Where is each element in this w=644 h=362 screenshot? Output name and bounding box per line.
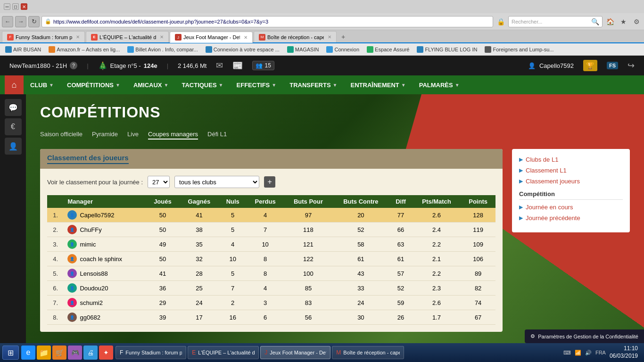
- money-info: 2 146,6 Mt: [178, 62, 206, 69]
- tab-close-0[interactable]: ✕: [76, 34, 80, 40]
- favorites-icon[interactable]: ★: [618, 16, 629, 27]
- mail-icon[interactable]: ✉: [216, 60, 223, 71]
- address-bar[interactable]: 🔒 https://www.defifoot.com/modules/defi/…: [41, 16, 493, 27]
- bookmark-billet[interactable]: Billet Avion . Info, compar...: [125, 45, 200, 54]
- link-classement-joueurs[interactable]: ▶ Classement joueurs: [519, 178, 623, 185]
- header-icon-1[interactable]: 🏆: [583, 60, 597, 71]
- menu-amicaux[interactable]: AMICAUX ▼: [127, 75, 175, 94]
- taskbar-item-0[interactable]: F Funny Stadium : forum parte...: [116, 346, 186, 359]
- taskbar-item-1[interactable]: E L'ÉQUIPE – L'actualité du sport: [188, 346, 259, 359]
- menu-palmares-label: PALMARÈS: [419, 82, 453, 89]
- clubs-select[interactable]: tous les clubs: [174, 176, 259, 188]
- manager-cell[interactable]: 👤 coach le sphinx: [64, 252, 146, 266]
- logout-icon[interactable]: ↪: [627, 60, 635, 71]
- gagnes-cell: 41: [179, 208, 219, 222]
- bookmark-connexion[interactable]: Connexion à votre espace ...: [203, 45, 282, 54]
- bookmark-magasin[interactable]: MAGASIN: [285, 45, 322, 54]
- manager-cell[interactable]: 👤 ChuFFy: [64, 222, 146, 237]
- menu-entrainement-label: ENTRAÎNEMENT: [351, 82, 399, 89]
- maximize-button[interactable]: □: [12, 3, 19, 10]
- menu-palmares[interactable]: PALMARÈS ▼: [413, 75, 466, 94]
- subnav-pyramide[interactable]: Pyramide: [92, 131, 118, 140]
- bookmark-flying[interactable]: FLYING BLUE LOG IN: [414, 45, 479, 54]
- bookmark-amazon[interactable]: Amazon.fr – Achats en lig...: [46, 45, 122, 54]
- table-row[interactable]: 2. 👤 ChuFFy 50 38 5 7 118 52 66 2.4 119: [47, 222, 495, 237]
- privacy-banner[interactable]: ⚙ Paramètres de Gestion de la Confidenti…: [525, 329, 644, 343]
- tab-close-3[interactable]: ✕: [328, 34, 331, 40]
- taskbar-print-icon[interactable]: 🖨: [83, 346, 98, 360]
- security-icon: 🔒: [495, 16, 506, 27]
- news-icon[interactable]: 📰: [232, 60, 243, 71]
- pts-match-cell: 2.4: [413, 222, 461, 237]
- tab-close-2[interactable]: ✕: [244, 35, 248, 40]
- manager-cell[interactable]: 👤 Lensois88: [64, 266, 146, 281]
- journee-select[interactable]: 27: [148, 176, 170, 188]
- manager-cell[interactable]: 👤 mimic: [64, 237, 146, 252]
- menu-club[interactable]: CLUB ▼: [24, 75, 60, 94]
- taskbar-star-icon[interactable]: ✦: [99, 346, 113, 360]
- menu-entrainement[interactable]: ENTRAÎNEMENT ▼: [344, 75, 413, 94]
- subnav-live[interactable]: Live: [127, 131, 139, 140]
- link-journee-cours[interactable]: ▶ Journée en cours: [519, 204, 623, 211]
- menu-effectifs[interactable]: EFFECTIFS ▼: [230, 75, 283, 94]
- menu-tactiques[interactable]: TACTIQUES ▼: [175, 75, 230, 94]
- minimize-button[interactable]: ─: [4, 3, 10, 10]
- rank-cell: 4.: [47, 252, 64, 266]
- back-button[interactable]: ←: [2, 16, 13, 27]
- link-journee-prec[interactable]: ▶ Journée précédente: [519, 214, 623, 222]
- help-badge[interactable]: ?: [70, 62, 77, 69]
- tab-3[interactable]: M Boîte de réception - capello759... ✕: [254, 31, 337, 42]
- nuls-cell: 5: [219, 208, 247, 222]
- forward-button[interactable]: →: [15, 16, 26, 27]
- filter-plus-button[interactable]: +: [264, 176, 275, 188]
- menu-competitions[interactable]: COMPÉTITIONS ▼: [60, 75, 127, 94]
- settings-nav-icon[interactable]: ⚙: [631, 16, 642, 27]
- taskbar-tray: ⌨ 📶 🔊 FRA 11:10 06/03/2019: [560, 345, 642, 360]
- link-clubs-l1[interactable]: ▶ Clubs de L1: [519, 156, 623, 163]
- subnav-saison[interactable]: Saison officielle: [40, 131, 83, 140]
- bookmark-connexion2[interactable]: Connexion: [324, 45, 362, 54]
- taskbar-game-icon[interactable]: 🎮: [68, 346, 82, 360]
- table-row[interactable]: 1. 👤 Capello7592 50 41 5 4 97 20 77 2.6 …: [47, 208, 495, 222]
- start-button[interactable]: ⊞: [2, 346, 19, 360]
- manager-cell[interactable]: 👤 Doudou20: [64, 281, 146, 296]
- refresh-button[interactable]: ↻: [28, 16, 40, 27]
- manager-cell[interactable]: 👤 schumi2: [64, 296, 146, 310]
- home-nav-icon[interactable]: 🏠: [604, 16, 616, 27]
- tab-close-1[interactable]: ✕: [160, 34, 164, 40]
- table-row[interactable]: 6. 👤 Doudou20 36 25 7 4 85 33 52 2.3 82: [47, 281, 495, 296]
- subnav-defi[interactable]: Défi L1: [207, 131, 227, 140]
- link-classement-l1[interactable]: ▶ Classement L1: [519, 167, 623, 174]
- taskbar-item-2[interactable]: J Jeux Foot Manager - Defifoo...: [260, 346, 330, 359]
- col-gagnes: Gagnés: [179, 195, 219, 208]
- sidebar-user-button[interactable]: 👤: [5, 138, 22, 155]
- fs-badge[interactable]: FS: [607, 62, 618, 69]
- table-row[interactable]: 7. 👤 schumi2 29 24 2 3 83 24 59 2.6 74: [47, 296, 495, 310]
- taskbar-shop-icon[interactable]: 🛒: [52, 346, 66, 360]
- search-bar[interactable]: Rechercher... 🔍: [508, 16, 603, 27]
- bookmark-airbusan[interactable]: AIR BUSAN: [3, 45, 43, 54]
- tab-1[interactable]: E L'ÉQUIPE – L'actualité du sport ... ✕: [86, 31, 169, 42]
- bookmark-foreigners[interactable]: Foreigners and Lump-su...: [482, 45, 556, 54]
- menu-transferts[interactable]: TRANSFERTS ▼: [283, 75, 344, 94]
- table-row[interactable]: 8. 👤 gg0682 39 17 16 6 56 30 26 1.7 67: [47, 310, 495, 325]
- table-row[interactable]: 3. 👤 mimic 49 35 4 10 121 58 63 2.2 109: [47, 237, 495, 252]
- sidebar-chat-button[interactable]: 💬: [5, 99, 22, 116]
- taskbar-folder-icon[interactable]: 📁: [37, 346, 51, 360]
- taskbar-item-3[interactable]: M Boîte de réception - capello759: [332, 346, 404, 359]
- manager-cell[interactable]: 👤 Capello7592: [64, 208, 146, 222]
- msg-count[interactable]: 👥 15: [252, 61, 274, 70]
- manager-cell[interactable]: 👤 gg0682: [64, 310, 146, 325]
- new-tab-button[interactable]: +: [338, 31, 349, 42]
- sidebar-euro-button[interactable]: €: [5, 118, 22, 135]
- taskbar-ie-icon[interactable]: e: [21, 346, 35, 360]
- table-row[interactable]: 5. 👤 Lensois88 41 28 5 8 100 43 57 2.2 8…: [47, 266, 495, 281]
- tabs-bar: F Funny Stadium : forum parte... ✕ E L'É…: [0, 30, 644, 43]
- close-button[interactable]: ✕: [21, 3, 27, 10]
- tab-0[interactable]: F Funny Stadium : forum parte... ✕: [2, 31, 85, 42]
- home-menu-button[interactable]: ⌂: [5, 75, 24, 94]
- table-row[interactable]: 4. 👤 coach le sphinx 50 32 10 8 122 61 6…: [47, 252, 495, 266]
- tab-2[interactable]: J Jeux Foot Manager - Defifoo... ✕: [170, 32, 253, 43]
- subnav-coupes[interactable]: Coupes managers: [148, 131, 198, 140]
- bookmark-espace[interactable]: Espace Assuré: [364, 45, 412, 54]
